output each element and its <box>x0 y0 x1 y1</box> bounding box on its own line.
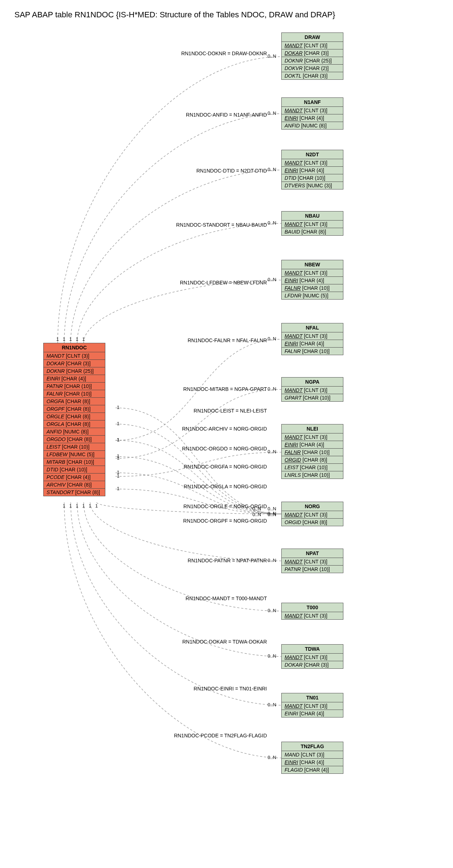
field-mandt: MANDT [CLNT (3)] <box>282 269 343 277</box>
cardinality: 0..N <box>268 277 276 282</box>
field-mandt: MANDT [CLNT (3)] <box>282 159 343 167</box>
entity-norg: NORGMANDT [CLNT (3)]ORGID [CHAR (8)] <box>281 502 343 526</box>
field-mitarb: MITARB [CHAR (10)] <box>44 458 105 466</box>
entity-header: DRAW <box>282 33 343 42</box>
field-mandt: MANDT [CLNT (3)] <box>282 332 343 340</box>
field-standort: STANDORT [CHAR (8)] <box>44 489 105 496</box>
cardinality: 1 <box>76 503 78 509</box>
relation-label: RN1NDOC-DOKAR = TDWA-DOKAR <box>133 639 267 645</box>
cardinality: 0..N <box>268 702 276 707</box>
cardinality: 0..N <box>268 110 276 116</box>
field-dokar: DOKAR [CHAR (3)] <box>282 49 343 57</box>
field-mandt: MANDT [CLNT (3)] <box>44 352 105 360</box>
field-falnr: FALNR [CHAR (10)] <box>44 390 105 398</box>
entity-rn1ndoc: RN1NDOCMANDT [CLNT (3)]DOKAR [CHAR (3)]D… <box>43 343 105 496</box>
relation-label: RN1NDOC-PCODE = TN2FLAG-FLAGID <box>133 733 267 738</box>
entity-header: NGPA <box>282 378 343 387</box>
cardinality: 0..N <box>268 53 276 59</box>
entity-tn2flag: TN2FLAGMAND [CLNT (3)]EINRI [CHAR (4)]FL… <box>281 742 343 774</box>
field-doknr: DOKNR [CHAR (25)] <box>282 57 343 65</box>
entity-header: T000 <box>282 603 343 612</box>
relation-label: RN1NDOC-ORGPF = NORG-ORGID <box>144 518 267 524</box>
field-pcode: PCODE [CHAR (4)] <box>44 474 105 481</box>
cardinality: 1 <box>56 336 59 342</box>
entity-header: N1ANF <box>282 98 343 107</box>
cardinality: 0..N <box>268 755 276 760</box>
field-archiv: ARCHIV [CHAR (8)] <box>44 481 105 489</box>
field-mand: MAND [CLNT (3)] <box>282 751 343 759</box>
entity-header: NLEI <box>282 424 343 433</box>
field-falnr: FALNR [CHAR (10)] <box>282 449 343 456</box>
field-lfdnr: LFDNR [NUMC (5)] <box>282 292 343 299</box>
entity-header: NFAL <box>282 323 343 332</box>
cardinality: 0..N <box>268 449 276 454</box>
entity-header: NPAT <box>282 549 343 558</box>
relation-label: RN1NDOC-ORGLA = NORG-ORGID <box>144 484 267 489</box>
cardinality: 0..N <box>252 506 261 511</box>
cardinality: 1 <box>117 437 119 442</box>
field-einri: EINRI [CHAR (4)] <box>282 710 343 717</box>
entity-n1anf: N1ANFMANDT [CLNT (3)]EINRI [CHAR (4)]ANF… <box>281 97 343 130</box>
entity-header: TN2FLAG <box>282 742 343 751</box>
field-bauid: BAUID [CHAR (8)] <box>282 228 343 235</box>
field-einri: EINRI [CHAR (4)] <box>282 277 343 284</box>
field-mandt: MANDT [CLNT (3)] <box>282 612 343 619</box>
entity-header: NORG <box>282 502 343 511</box>
field-patnr: PATNR [CHAR (10)] <box>282 566 343 573</box>
entity-draw: DRAWMANDT [CLNT (3)]DOKAR [CHAR (3)]DOKN… <box>281 32 343 80</box>
field-einri: EINRI [CHAR (4)] <box>282 167 343 174</box>
field-orgfa: ORGFA [CHAR (8)] <box>44 398 105 405</box>
entity-header: RN1NDOC <box>44 343 105 352</box>
field-einri: EINRI [CHAR (4)] <box>282 759 343 766</box>
entity-ngpa: NGPAMANDT [CLNT (3)]GPART [CHAR (10)] <box>281 377 343 402</box>
relation-label: RN1NDOC-ORGDO = NORG-ORGID <box>144 446 267 452</box>
cardinality: 1 <box>117 470 119 475</box>
field-falnr: FALNR [CHAR (10)] <box>282 284 343 292</box>
field-einri: EINRI [CHAR (4)] <box>44 375 105 383</box>
field-dtvers: DTVERS [NUMC (3)] <box>282 182 343 189</box>
field-lnrls: LNRLS [CHAR (10)] <box>282 471 343 479</box>
entity-tdwa: TDWAMANDT [CLNT (3)]DOKAR [CHAR (3)] <box>281 644 343 669</box>
relation-label: RN1NDOC-ARCHIV = NORG-ORGID <box>144 426 267 432</box>
entity-header: N2DT <box>282 150 343 159</box>
field-mandt: MANDT [CLNT (3)] <box>282 433 343 441</box>
cardinality: 0..N <box>268 506 276 511</box>
relation-label: RN1NDOC-LEIST = NLEI-LEIST <box>133 408 267 414</box>
cardinality: 1 <box>95 503 98 509</box>
cardinality: 0..N <box>268 512 276 517</box>
field-mandt: MANDT [CLNT (3)] <box>282 654 343 661</box>
page-title: SAP ABAP table RN1NDOC {IS-H*MED: Struct… <box>14 10 453 19</box>
entity-nbew: NBEWMANDT [CLNT (3)]EINRI [CHAR (4)]FALN… <box>281 260 343 300</box>
cardinality: 0..N <box>268 653 276 659</box>
cardinality: 1 <box>117 405 119 410</box>
relation-label: RN1NDOC-MITARB = NGPA-GPART <box>133 386 267 392</box>
field-einri: EINRI [CHAR (4)] <box>282 114 343 122</box>
cardinality: 1 <box>63 336 65 342</box>
cardinality: 0..N <box>268 558 276 563</box>
field-mandt: MANDT [CLNT (3)] <box>282 558 343 566</box>
relation-label: RN1NDOC-PATNR = NPAT-PATNR <box>133 558 267 563</box>
field-dokvr: DOKVR [CHAR (2)] <box>282 65 343 72</box>
entity-tn01: TN01MANDT [CLNT (3)]EINRI [CHAR (4)] <box>281 693 343 717</box>
cardinality: 0..N <box>268 386 276 392</box>
cardinality: 1 <box>76 336 78 342</box>
cardinality: 0..N <box>268 220 276 226</box>
field-doknr: DOKNR [CHAR (25)] <box>44 367 105 375</box>
relation-label: RN1NDOC-DOKNR = DRAW-DOKNR <box>133 51 267 56</box>
field-mandt: MANDT [CLNT (3)] <box>282 221 343 228</box>
field-orgpf: ORGPF [CHAR (8)] <box>44 405 105 413</box>
field-falnr: FALNR [CHAR (10)] <box>282 348 343 355</box>
relation-label: RN1NDOC-FALNR = NFAL-FALNR <box>133 337 267 343</box>
cardinality: 1 <box>82 336 85 342</box>
relation-label: RN1NDOC-ORGFA = NORG-ORGID <box>144 464 267 470</box>
field-mandt: MANDT [CLNT (3)] <box>282 511 343 519</box>
entity-t000: T000MANDT [CLNT (3)] <box>281 603 343 620</box>
field-orgid: ORGID [CHAR (8)] <box>282 519 343 526</box>
cardinality: 1 <box>117 486 119 491</box>
field-lfdbew: LFDBEW [NUMC (5)] <box>44 451 105 458</box>
field-mandt: MANDT [CLNT (3)] <box>282 702 343 710</box>
field-orgid: ORGID [CHAR (8)] <box>282 456 343 464</box>
relation-label: RN1NDOC-DTID = N2DT-DTID <box>133 168 267 174</box>
cardinality: 1 <box>69 336 72 342</box>
field-orgle: ORGLE [CHAR (8)] <box>44 413 105 420</box>
